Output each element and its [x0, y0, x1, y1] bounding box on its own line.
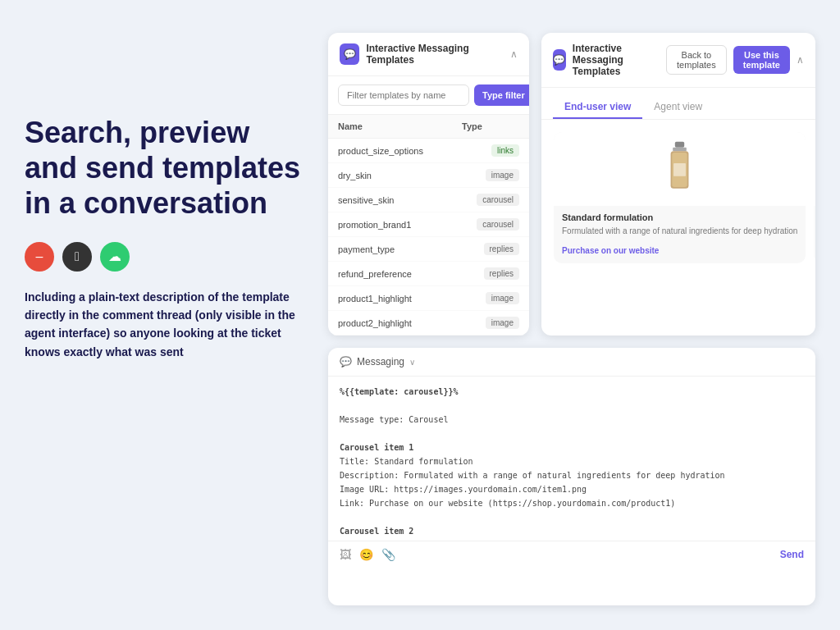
cloud-platform-icon: ☁ — [100, 242, 130, 272]
template-row-name: product2_highlight — [338, 318, 486, 328]
col-type-header: Type — [462, 121, 519, 131]
send-button[interactable]: Send — [780, 549, 804, 560]
template-row[interactable]: product_size_options links — [328, 139, 529, 163]
messaging-label: Messaging — [357, 356, 404, 368]
search-row: Type filter — [328, 76, 529, 115]
preview-panel-title: Interactive Messaging Templates — [573, 43, 666, 77]
apple-platform-icon:  — [62, 242, 92, 272]
template-row-tag: image — [486, 169, 519, 181]
messaging-panel: 💬 Messaging ∨ %{{template: carousel}}% M… — [328, 348, 815, 605]
omni-icon: – — [36, 249, 43, 264]
messaging-line — [340, 510, 804, 524]
template-row-tag: replies — [484, 267, 519, 280]
messaging-line: Link: Purchase on our website (https://s… — [340, 496, 804, 510]
messaging-line — [340, 399, 804, 413]
search-input[interactable] — [338, 84, 469, 106]
product-desc-1: Formulated with a range of natural ingre… — [562, 226, 797, 237]
cloud-icon: ☁ — [108, 249, 121, 264]
apple-icon:  — [75, 249, 80, 264]
product-info-1: Standard formulation Formulated with a r… — [554, 206, 806, 263]
messaging-line: Carousel item 2 — [340, 524, 804, 538]
template-row-name: product1_highlight — [338, 294, 486, 304]
preview-tabs: End-user view Agent view — [541, 88, 815, 120]
chat-icon: 💬 — [340, 356, 352, 368]
preview-header-left: 💬 Interactive Messaging Templates — [553, 43, 666, 77]
template-row[interactable]: dry_skin image — [328, 163, 529, 188]
messaging-header: 💬 Messaging ∨ — [328, 348, 815, 377]
messaging-footer: 🖼 😊 📎 Send — [328, 541, 815, 568]
list-chevron-icon: ∧ — [510, 48, 518, 60]
template-row-tag: replies — [484, 243, 519, 255]
platform-icons: –  ☁ — [25, 242, 304, 272]
template-preview-panel: 💬 Interactive Messaging Templates Back t… — [541, 33, 815, 336]
product-card-2: Sens Fragr free – gentle for people with… — [814, 132, 815, 263]
col-name-header: Name — [338, 121, 462, 131]
template-list-panel: 💬 Interactive Messaging Templates ∧ Type… — [328, 33, 529, 336]
preview-content: Standard formulation Formulated with a r… — [541, 120, 815, 276]
description-text: Including a plain-text description of th… — [25, 288, 304, 362]
messaging-line: Carousel item 1 — [340, 441, 804, 454]
attach-icon[interactable]: 📎 — [381, 548, 395, 561]
template-row[interactable]: refund_preference replies — [328, 262, 529, 286]
messaging-line: Description: Formulated with a range of … — [340, 468, 804, 482]
hero-title: Search, preview and send templates in a … — [25, 115, 304, 221]
template-row[interactable]: payment_type replies — [328, 237, 529, 262]
product-image-area-2 — [814, 132, 815, 206]
template-row-tag: image — [486, 292, 519, 304]
table-header: Name Type — [328, 115, 529, 139]
product-card-1: Standard formulation Formulated with a r… — [554, 132, 806, 263]
main-container: Search, preview and send templates in a … — [0, 0, 840, 630]
product-link-1[interactable]: Purchase on our website — [562, 246, 659, 255]
messaging-line: Message type: Carousel — [340, 413, 804, 427]
type-filter-button[interactable]: Type filter — [474, 84, 529, 106]
right-panel: 💬 Interactive Messaging Templates ∧ Type… — [328, 33, 815, 605]
template-row-tag: carousel — [477, 194, 519, 206]
messaging-dropdown-icon: ∨ — [409, 358, 415, 367]
list-panel-icon: 💬 — [340, 43, 359, 65]
template-row[interactable]: product1_highlight image — [328, 286, 529, 311]
template-row-name: dry_skin — [338, 171, 486, 180]
svg-rect-1 — [673, 148, 687, 151]
template-row-tag: image — [486, 317, 519, 329]
image-attach-icon[interactable]: 🖼 — [340, 548, 351, 561]
omni-platform-icon: – — [25, 242, 54, 272]
emoji-icon[interactable]: 😊 — [359, 548, 373, 561]
product-title-1: Standard formulation — [562, 212, 797, 222]
preview-panel-icon: 💬 — [553, 49, 566, 71]
tab-end-user[interactable]: End-user view — [553, 96, 642, 119]
svg-rect-4 — [673, 163, 686, 176]
list-header-left: 💬 Interactive Messaging Templates — [340, 43, 510, 66]
template-row-tag: links — [491, 144, 519, 157]
left-panel: Search, preview and send templates in a … — [25, 33, 304, 605]
template-row-name: product_size_options — [338, 146, 491, 156]
preview-header: 💬 Interactive Messaging Templates Back t… — [541, 33, 815, 88]
template-row-name: sensitive_skin — [338, 195, 477, 205]
message-icon: 💬 — [344, 48, 356, 60]
template-row[interactable]: sensitive_skin carousel — [328, 188, 529, 212]
template-row-name: payment_type — [338, 244, 484, 254]
messaging-line — [340, 427, 804, 441]
list-panel-title: Interactive Messaging Templates — [366, 43, 510, 66]
back-to-templates-button[interactable]: Back to templates — [666, 45, 727, 75]
use-template-button[interactable]: Use this template — [733, 46, 790, 74]
messaging-line: Image URL: https://images.yourdomain.com… — [340, 482, 804, 496]
preview-message-icon: 💬 — [553, 54, 565, 66]
messaging-line: %{{template: carousel}}% — [340, 385, 804, 399]
tab-agent[interactable]: Agent view — [642, 96, 714, 119]
top-row: 💬 Interactive Messaging Templates ∧ Type… — [328, 33, 815, 336]
template-row[interactable]: promotion_brand1 carousel — [328, 212, 529, 237]
template-row-name: promotion_brand1 — [338, 220, 477, 230]
bottle-svg — [661, 140, 698, 198]
template-row[interactable]: product2_highlight image — [328, 311, 529, 336]
product-info-2: Sens Fragr free – gentle for people with… — [814, 206, 815, 249]
product-image-area-1 — [554, 132, 806, 206]
svg-rect-0 — [675, 142, 684, 148]
list-panel-header: 💬 Interactive Messaging Templates ∧ — [328, 33, 529, 76]
template-row-tag: carousel — [477, 218, 519, 231]
template-rows: product_size_options links dry_skin imag… — [328, 139, 529, 336]
messaging-line: Title: Standard formulation — [340, 454, 804, 468]
template-row-name: refund_preference — [338, 269, 484, 279]
preview-chevron-icon: ∧ — [797, 54, 804, 66]
messaging-body: %{{template: carousel}}% Message type: C… — [328, 377, 815, 541]
